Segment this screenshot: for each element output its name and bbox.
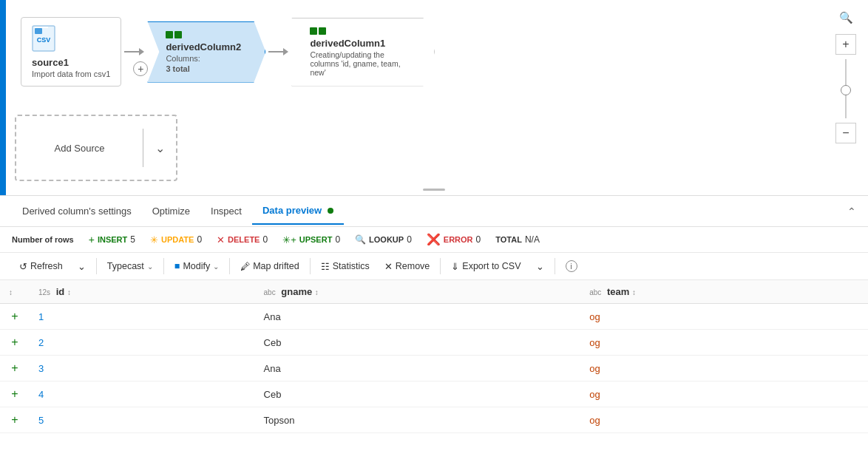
error-label: ERROR (444, 235, 473, 244)
zoom-controls: 🔍 + − (835, 7, 856, 143)
node-derived-column1[interactable]: derivedColumn1 Creating/updating the col… (291, 18, 435, 87)
delete-val: 0 (262, 234, 268, 245)
row-team-4: og (580, 407, 868, 433)
statistics-btn[interactable]: ☷ Statistics (313, 258, 377, 275)
table-row: + 5 Topson og (0, 407, 868, 433)
row-insert-icon-2[interactable]: + (11, 362, 18, 374)
remove-btn[interactable]: ✕ Remove (377, 258, 438, 275)
derived-col2-columns-label: Columns: (166, 54, 200, 63)
info-btn[interactable]: i (558, 257, 585, 275)
row-insert-icon-0[interactable]: + (11, 310, 18, 322)
error-icon: ❌ (427, 233, 441, 246)
row-gname-0: Ana (255, 304, 581, 330)
sort-action-icon[interactable]: ↕ (9, 288, 13, 296)
row-insert-icon-1[interactable]: + (11, 336, 18, 348)
col-header-action: ↕ (0, 280, 30, 304)
insert-val: 5 (130, 234, 135, 245)
toolbar-divider-5 (440, 258, 441, 274)
col-header-team: abc team ↕ (580, 280, 868, 304)
add-source-chevron-icon[interactable]: ⌄ (143, 141, 176, 155)
derived-col1-title: derivedColumn1 (310, 38, 385, 49)
rows-label: Number of rows (12, 235, 74, 244)
remove-label: Remove (396, 261, 430, 271)
export-csv-btn[interactable]: ⇓ Export to CSV (444, 258, 528, 275)
node-source1[interactable]: CSV source1 Import data from csv1 (21, 17, 121, 87)
export-dropdown-btn[interactable]: ⌄ (529, 258, 552, 275)
col-header-id: 12s id ↕ (30, 280, 255, 304)
derived-col2-title: derivedColumn2 (166, 41, 241, 52)
collapse-panel-btn[interactable]: ⌃ (847, 206, 856, 217)
refresh-label: Refresh (30, 261, 63, 271)
svg-text:CSV: CSV (37, 36, 51, 44)
add-after-derived2-btn[interactable]: + (257, 78, 272, 92)
insert-stat: + INSERT 5 (89, 234, 135, 245)
derived-col2-columns-value: 3 total (166, 64, 189, 73)
total-val: N/A (525, 234, 540, 245)
map-drifted-btn[interactable]: 🖉 Map drifted (233, 258, 307, 275)
row-id-4: 5 (30, 407, 255, 433)
pipeline-nodes: CSV source1 Import data from csv1 + de (0, 0, 868, 104)
row-insert-icon-3[interactable]: + (11, 387, 18, 400)
sort-team-icon[interactable]: ↕ (632, 288, 636, 296)
add-between-1-btn[interactable]: + (133, 61, 148, 76)
toolbar-divider-1 (96, 258, 97, 274)
zoom-in-btn[interactable]: + (835, 34, 856, 55)
insert-label: INSERT (98, 235, 127, 244)
row-id-2: 3 (30, 356, 255, 381)
svg-rect-1 (35, 27, 48, 28)
upsert-val: 0 (335, 234, 340, 245)
tab-datapreview[interactable]: Data preview (252, 197, 344, 225)
row-action-2[interactable]: + (0, 356, 30, 381)
zoom-thumb[interactable] (841, 85, 851, 95)
left-blue-bar (0, 0, 6, 195)
toolbar-divider-6 (555, 258, 555, 274)
tab-optimize[interactable]: Optimize (142, 198, 200, 224)
derived-col1-subtitle: Creating/updating the columns 'id, gname… (310, 50, 413, 77)
node-derived-column2[interactable]: derivedColumn2 Columns: 3 total + (147, 21, 265, 83)
error-val: 0 (476, 234, 481, 245)
zoom-out-btn[interactable]: − (835, 123, 856, 143)
row-action-3[interactable]: + (0, 381, 30, 407)
refresh-dropdown-btn[interactable]: ⌄ (70, 258, 93, 275)
tabs-bar: Derived column's settings Optimize Inspe… (0, 196, 868, 227)
source-icon: CSV (32, 25, 55, 54)
export-csv-label: Export to CSV (462, 261, 521, 271)
tab-settings[interactable]: Derived column's settings (12, 198, 142, 224)
row-action-0[interactable]: + (0, 304, 30, 330)
modify-btn[interactable]: ■ Modify ⌄ (167, 258, 226, 274)
col-gname-type: abc (264, 288, 276, 296)
typecast-btn[interactable]: Typecast ⌄ (100, 258, 160, 274)
add-after-derived1-btn[interactable]: + (427, 81, 441, 96)
lookup-label: LOOKUP (369, 235, 404, 244)
statistics-label: Statistics (333, 261, 370, 271)
table-row: + 3 Ana og (0, 356, 868, 381)
sort-gname-icon[interactable]: ↕ (315, 288, 319, 296)
sort-id-icon[interactable]: ↕ (67, 288, 71, 296)
col-team-type: abc (589, 288, 601, 296)
row-gname-3: Ceb (255, 381, 581, 407)
modify-arrow-icon: ⌄ (213, 262, 219, 271)
row-insert-icon-4[interactable]: + (11, 413, 18, 426)
row-action-1[interactable]: + (0, 330, 30, 356)
refresh-icon: ↺ (19, 261, 27, 272)
minimize-handle[interactable] (423, 189, 445, 191)
row-id-1: 2 (30, 330, 255, 356)
tab-inspect[interactable]: Inspect (200, 198, 252, 224)
row-id-0: 1 (30, 304, 255, 330)
export-icon: ⇓ (451, 261, 459, 272)
total-label: TOTAL (495, 235, 522, 244)
total-stat: TOTAL N/A (495, 234, 540, 245)
refresh-btn[interactable]: ↺ Refresh (12, 258, 70, 275)
row-action-4[interactable]: + (0, 407, 30, 433)
insert-icon: + (89, 234, 95, 245)
export-chevron-icon: ⌄ (536, 261, 544, 272)
upsert-icon: ✳+ (282, 234, 296, 245)
datapreview-active-dot (328, 208, 333, 214)
info-icon: i (566, 260, 577, 272)
derived-col1-icon (310, 27, 326, 35)
add-source-box[interactable]: Add Source ⌄ (15, 115, 177, 181)
search-pipeline-btn[interactable]: 🔍 (835, 7, 856, 28)
zoom-slider[interactable] (845, 59, 847, 118)
update-label: UPDATE (161, 235, 194, 244)
svg-rect-3 (35, 28, 42, 34)
